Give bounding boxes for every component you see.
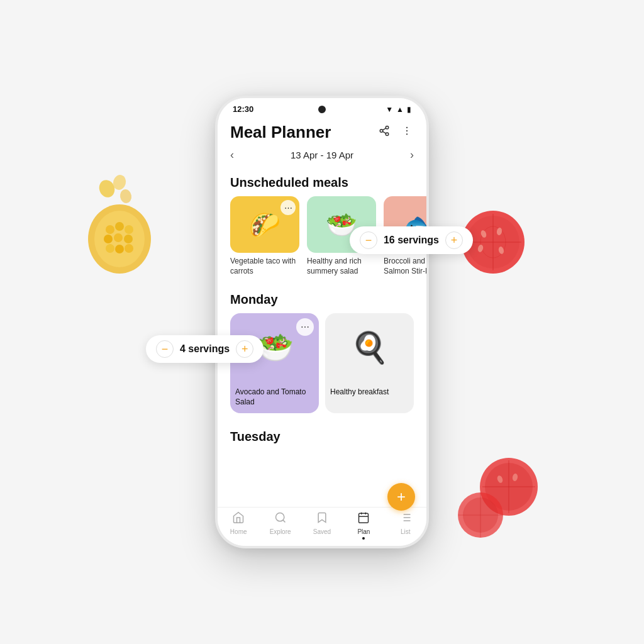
servings-increase-monday[interactable]: + bbox=[236, 340, 253, 358]
svg-point-3 bbox=[115, 222, 124, 231]
svg-point-1 bbox=[94, 211, 145, 267]
prev-week-button[interactable]: ‹ bbox=[230, 148, 234, 162]
unscheduled-section-title: Unscheduled meals bbox=[218, 169, 426, 196]
broccoli-label: Broccoli and Salmon Stir-F… bbox=[384, 257, 426, 276]
nav-explore-label: Explore bbox=[270, 528, 291, 535]
phone-screen: 12:30 ▼ ▲ ▮ Meal Planner bbox=[218, 98, 426, 546]
monday-meal-card-avocado[interactable]: 🥗 ⋯ Avocado and Tomato Salad bbox=[230, 313, 319, 413]
svg-point-18 bbox=[480, 226, 506, 258]
explore-icon bbox=[274, 511, 287, 527]
status-icons: ▼ ▲ ▮ bbox=[386, 105, 411, 114]
svg-point-27 bbox=[496, 475, 504, 484]
corn-kernels-decoration bbox=[97, 170, 135, 208]
corn-decoration bbox=[82, 201, 157, 277]
app-header: Meal Planner bbox=[218, 118, 426, 145]
svg-point-38 bbox=[406, 127, 408, 128]
wifi-icon: ▲ bbox=[396, 105, 404, 114]
svg-point-9 bbox=[115, 245, 124, 253]
tomato-bottom2-decoration bbox=[455, 490, 506, 540]
nav-plan-label: Plan bbox=[357, 528, 370, 535]
bottom-navigation: Home Explore Saved Plan bbox=[218, 507, 426, 546]
svg-point-29 bbox=[458, 492, 503, 538]
svg-point-11 bbox=[97, 178, 117, 200]
signal-icon: ▼ bbox=[386, 105, 393, 114]
svg-point-4 bbox=[125, 225, 133, 234]
svg-point-6 bbox=[114, 233, 123, 242]
nav-home-label: Home bbox=[230, 528, 247, 535]
tuesday-section-title: Tuesday bbox=[218, 423, 426, 450]
svg-rect-43 bbox=[359, 513, 369, 523]
avocado-more-button[interactable]: ⋯ bbox=[296, 318, 314, 336]
svg-point-39 bbox=[406, 130, 408, 131]
battery-icon: ▮ bbox=[407, 105, 411, 114]
servings-decrease-unscheduled[interactable]: − bbox=[360, 231, 377, 249]
servings-count-monday: 4 servings bbox=[180, 343, 230, 355]
monday-section-title: Monday bbox=[218, 286, 426, 313]
nav-explore[interactable]: Explore bbox=[259, 511, 301, 540]
svg-point-20 bbox=[496, 227, 502, 235]
saved-icon bbox=[316, 511, 328, 527]
svg-point-30 bbox=[463, 497, 498, 533]
avocado-label: Avocado and Tomato Salad bbox=[230, 382, 319, 413]
svg-point-8 bbox=[106, 244, 114, 253]
date-range: 13 Apr - 19 Apr bbox=[291, 150, 353, 160]
svg-point-13 bbox=[119, 189, 133, 204]
home-icon bbox=[232, 511, 245, 527]
next-week-button[interactable]: › bbox=[410, 148, 414, 162]
meal-card-taco[interactable]: 🌮 ⋯ Vegetable taco with carrots bbox=[230, 196, 299, 276]
svg-line-42 bbox=[282, 520, 285, 523]
taco-more-button[interactable]: ⋯ bbox=[280, 200, 296, 215]
app-title: Meal Planner bbox=[230, 123, 331, 142]
svg-point-2 bbox=[106, 225, 114, 234]
tomato-bottom-decoration bbox=[477, 455, 540, 518]
menu-button[interactable] bbox=[400, 124, 414, 141]
svg-point-10 bbox=[125, 244, 133, 253]
svg-line-37 bbox=[382, 128, 386, 130]
status-time: 12:30 bbox=[233, 104, 253, 114]
add-meal-fab[interactable]: + bbox=[387, 483, 415, 511]
svg-point-21 bbox=[477, 244, 484, 253]
list-icon bbox=[399, 511, 412, 527]
date-navigation: ‹ 13 Apr - 19 Apr › bbox=[218, 145, 426, 169]
taco-card-image: 🌮 ⋯ bbox=[230, 196, 299, 253]
salad-label: Healthy and rich summery salad bbox=[307, 257, 376, 276]
svg-point-15 bbox=[467, 216, 519, 269]
phone-shell: 12:30 ▼ ▲ ▮ Meal Planner bbox=[215, 96, 429, 548]
svg-point-41 bbox=[275, 513, 284, 521]
servings-decrease-monday[interactable]: − bbox=[156, 340, 174, 358]
svg-point-24 bbox=[485, 463, 533, 511]
breakfast-label: Healthy breakfast bbox=[325, 382, 414, 404]
svg-point-23 bbox=[480, 458, 538, 516]
svg-point-28 bbox=[512, 473, 518, 481]
svg-point-19 bbox=[480, 230, 487, 238]
svg-line-36 bbox=[382, 131, 386, 133]
camera-notch bbox=[318, 106, 326, 113]
svg-point-40 bbox=[406, 133, 408, 135]
servings-badge-monday: − 4 servings + bbox=[146, 335, 264, 363]
monday-meals-row: 🥗 ⋯ Avocado and Tomato Salad 🍳 Healthy b… bbox=[218, 313, 426, 423]
svg-point-0 bbox=[88, 204, 151, 274]
monday-meal-card-breakfast[interactable]: 🍳 Healthy breakfast bbox=[325, 313, 414, 413]
svg-point-5 bbox=[104, 235, 113, 243]
svg-point-12 bbox=[111, 174, 128, 191]
active-nav-indicator bbox=[362, 537, 365, 540]
nav-saved[interactable]: Saved bbox=[301, 511, 343, 540]
servings-increase-unscheduled[interactable]: + bbox=[445, 231, 463, 249]
taco-label: Vegetable taco with carrots bbox=[230, 257, 299, 276]
nav-home[interactable]: Home bbox=[218, 511, 259, 540]
servings-count-unscheduled: 16 servings bbox=[384, 235, 439, 246]
nav-list[interactable]: List bbox=[385, 511, 426, 540]
svg-point-22 bbox=[498, 246, 505, 255]
breakfast-card-image: 🍳 bbox=[325, 313, 414, 382]
svg-point-7 bbox=[124, 235, 133, 243]
header-actions bbox=[377, 124, 414, 141]
share-button[interactable] bbox=[377, 124, 391, 141]
plan-icon bbox=[357, 511, 370, 527]
nav-saved-label: Saved bbox=[313, 528, 331, 535]
nav-list-label: List bbox=[401, 528, 411, 535]
nav-plan[interactable]: Plan bbox=[343, 511, 384, 540]
servings-badge-unscheduled: − 16 servings + bbox=[350, 226, 473, 254]
